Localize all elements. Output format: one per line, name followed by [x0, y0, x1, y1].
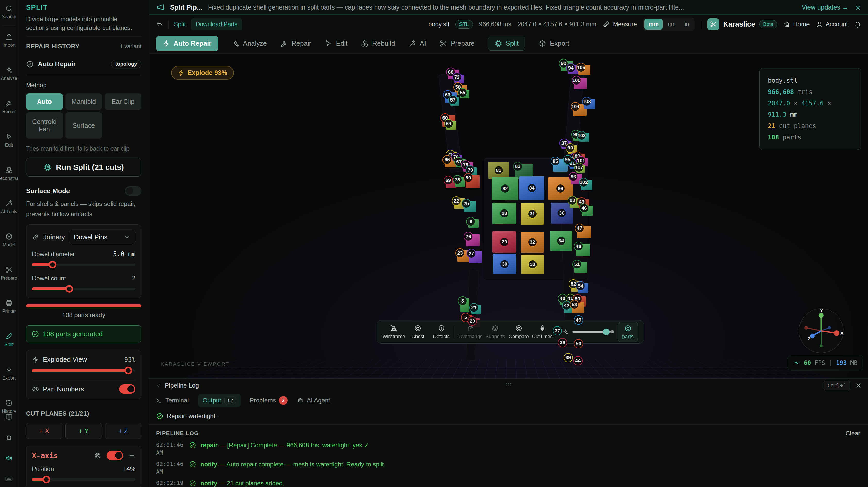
add-plane-y[interactable]: + Y	[65, 423, 102, 439]
dowel-count-value: 2	[132, 275, 135, 282]
sidebar-item-analyze[interactable]: Analyze	[0, 66, 18, 80]
joinery-select[interactable]: Dowel Pins	[69, 230, 135, 244]
unit-cm[interactable]: cm	[664, 19, 679, 30]
link-icon	[32, 234, 39, 241]
method-surface[interactable]: Surface	[65, 112, 102, 139]
tab-repair[interactable]: Repair	[280, 39, 311, 48]
download-parts-button[interactable]: Download Parts	[191, 18, 242, 30]
part-number-badge: 32	[528, 238, 537, 247]
tab-export[interactable]: Export	[538, 39, 569, 48]
part-number-badge: 44	[574, 356, 583, 365]
method-ear-clip[interactable]: Ear Clip	[104, 93, 142, 110]
chevron-down-icon[interactable]	[156, 383, 161, 388]
exploded-view-slider[interactable]	[32, 367, 135, 374]
keyboard-icon[interactable]	[5, 475, 13, 483]
download-icon	[5, 366, 13, 374]
unit-in[interactable]: in	[681, 19, 693, 30]
tab-prepare[interactable]: Prepare	[439, 39, 475, 48]
exploded-view-value: 93%	[124, 356, 135, 363]
part-number-badge: 37	[553, 326, 562, 335]
toggle-ghost[interactable]: Ghost	[407, 325, 429, 339]
part-number-badge: 80	[464, 173, 473, 182]
sidebar-item-printer[interactable]: Printer	[0, 299, 18, 313]
tab-rebuild[interactable]: Rebuild	[361, 39, 395, 48]
3d-viewport[interactable]: 6873585563576064717666677579697880818385…	[149, 54, 868, 378]
explode-mini-slider[interactable]	[562, 329, 611, 335]
toggle-overhangs[interactable]: Overhangs	[459, 325, 483, 339]
sidebar-item-reconstruct[interactable]: Reconstruct	[0, 166, 18, 180]
tab-split[interactable]: Split	[488, 37, 525, 51]
home-link[interactable]: Home	[783, 21, 809, 28]
sidebar-item-export[interactable]: Export	[0, 366, 18, 379]
toggle-wireframe[interactable]: Wireframe	[382, 325, 405, 339]
log-message: repair — [Repair] Complete — 966,608 tri…	[200, 441, 369, 449]
sidebar-item-edit[interactable]: Edit	[0, 133, 18, 147]
run-split-button[interactable]: Run Split (21 cuts)	[26, 158, 142, 177]
cut-planes-heading: CUT PLANES (21/21)	[26, 410, 142, 417]
tab-ai[interactable]: AI	[408, 39, 426, 48]
add-plane-z[interactable]: + Z	[105, 423, 142, 439]
toggle-cut-lines[interactable]: Cut Lines	[532, 325, 553, 339]
sidebar-item-import[interactable]: Import	[0, 33, 18, 47]
tab-analyze[interactable]: Analyze	[231, 39, 267, 48]
repair-status-line: Repair: watertight ·	[149, 410, 868, 424]
console-tab-problems[interactable]: Problems2	[250, 396, 288, 405]
part-numbers-toggle[interactable]	[119, 385, 135, 394]
toggle-defects[interactable]: Defects	[431, 325, 452, 339]
method-manifold[interactable]: Manifold	[65, 93, 102, 110]
toggle-supports[interactable]: Supports	[485, 325, 506, 339]
part-number-badge: 53	[570, 300, 579, 309]
parts-generated-text: 108 parts generated	[43, 330, 103, 338]
console-tab-output[interactable]: Output12	[198, 394, 241, 407]
unit-mm[interactable]: mm	[645, 19, 663, 30]
sidebar-item-history[interactable]: History	[0, 399, 18, 413]
part-number-badge: 84	[527, 183, 536, 193]
history-item[interactable]: Auto Repair topology	[26, 60, 142, 68]
close-icon[interactable]	[854, 4, 861, 10]
add-plane-x[interactable]: + X	[26, 423, 62, 439]
sidebar-item-repair[interactable]: Repair	[0, 99, 18, 113]
console-tab-ai-agent[interactable]: AI Agent	[297, 397, 330, 404]
console-tab-terminal[interactable]: Terminal	[156, 397, 189, 404]
dowel-count-slider[interactable]	[32, 285, 135, 293]
sidebar-item-model[interactable]: Model	[0, 233, 18, 246]
bell-icon[interactable]	[854, 21, 861, 28]
drag-handle-icon[interactable]	[505, 383, 512, 386]
method-auto[interactable]: Auto	[26, 93, 63, 110]
account-link[interactable]: Account	[816, 21, 848, 28]
sidebar-item-split[interactable]: Split	[0, 332, 18, 346]
target-icon[interactable]	[94, 452, 101, 459]
parts-visibility-button[interactable]: parts	[618, 322, 638, 342]
axis-gizmo[interactable]: Y X Z	[799, 308, 844, 354]
panel-title: SPLIT	[26, 4, 142, 11]
gizmo-z-label: Z	[808, 336, 810, 341]
position-slider[interactable]	[32, 476, 135, 483]
toggle-compare[interactable]: Compare	[508, 325, 530, 339]
wand-icon	[5, 200, 13, 207]
part-number-badge: 108	[582, 97, 591, 106]
close-icon[interactable]	[855, 382, 862, 389]
undo-icon[interactable]	[156, 21, 163, 28]
remove-plane-button[interactable]	[128, 452, 135, 459]
method-options: AutoManifoldEar ClipCentroid FanSurface	[26, 93, 142, 139]
book-icon[interactable]	[5, 413, 13, 421]
speaker-icon[interactable]	[5, 454, 13, 462]
method-centroid-fan[interactable]: Centroid Fan	[26, 112, 63, 139]
sidebar-item-search[interactable]: Search	[0, 5, 18, 18]
part-number-badge: 85	[551, 157, 560, 166]
auto-repair-button[interactable]: Auto Repair	[156, 36, 218, 51]
tab-edit[interactable]: Edit	[324, 39, 347, 48]
dowel-diameter-slider[interactable]	[32, 261, 135, 269]
view-updates-link[interactable]: View updates →	[802, 4, 848, 11]
log-timestamp: 02:02:19AM	[156, 479, 185, 487]
clear-log-button[interactable]: Clear	[845, 430, 860, 437]
bug-icon[interactable]	[5, 433, 13, 442]
sidebar-item-ai-tools[interactable]: AI Tools	[0, 200, 18, 213]
surface-mode-toggle[interactable]	[125, 186, 142, 195]
sidebar-item-prepare[interactable]: Prepare	[0, 266, 18, 280]
part-number-badge: 66	[442, 155, 452, 164]
dowel-diameter-label: Dowel diameter	[32, 250, 75, 258]
measure-button[interactable]: Measure	[603, 21, 637, 28]
axis-enable-toggle[interactable]	[106, 451, 123, 460]
model-dimensions: 2047.0 × 4157.6 × 911.3 mm	[518, 21, 596, 28]
